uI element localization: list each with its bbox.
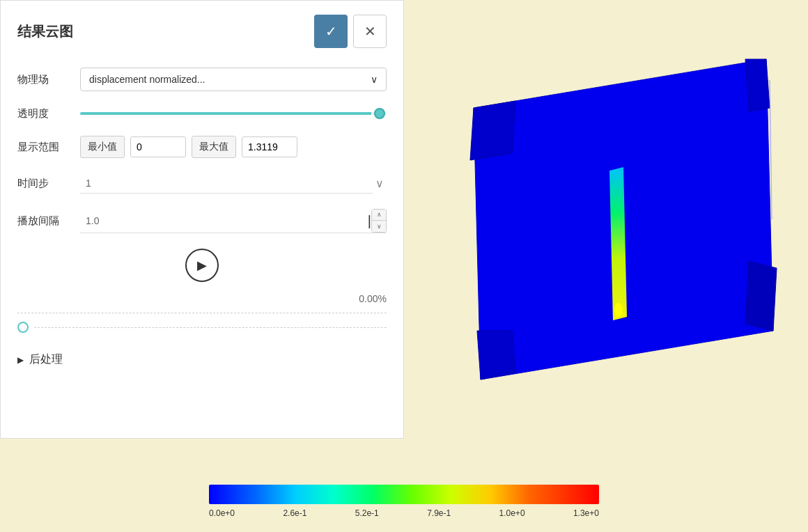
interval-selector: 1.0 | ∧ ∨ <box>80 209 387 233</box>
post-processing-section: ▶ 后处理 <box>17 341 387 378</box>
header-buttons: ✓ ✕ <box>314 15 387 48</box>
max-label: 最大值 <box>192 136 236 158</box>
play-section: ▶ <box>17 249 387 282</box>
colorbar-label-0: 0.0e+0 <box>209 508 235 518</box>
min-value-input[interactable] <box>130 136 186 157</box>
transparency-control <box>80 107 387 120</box>
panel-header: 结果云图 ✓ ✕ <box>17 15 387 48</box>
confirm-button[interactable]: ✓ <box>314 15 348 48</box>
transparency-label: 透明度 <box>17 107 80 120</box>
post-arrow-icon[interactable]: ▶ <box>17 355 24 365</box>
play-button[interactable]: ▶ <box>185 249 219 282</box>
plate-bottom-left-notch <box>477 331 515 380</box>
spinner-down-button[interactable]: ∨ <box>372 221 386 232</box>
circle-indicator <box>17 322 29 333</box>
progress-value: 0.00% <box>359 293 387 304</box>
play-icon: ▶ <box>197 258 207 273</box>
timestep-row: 时间步 1 ∨ <box>17 173 387 194</box>
interval-value: 1.0 <box>80 211 368 230</box>
colorbar-labels: 0.0e+0 2.6e-1 5.2e-1 7.9e-1 1.0e+0 1.3e+… <box>209 508 599 518</box>
plate-right-notch <box>745 261 777 331</box>
display-range-control: 最小值 最大值 <box>80 136 387 158</box>
timestep-dropdown-icon[interactable]: ∨ <box>373 174 387 193</box>
colorbar-label-5: 1.3e+0 <box>573 508 599 518</box>
timestep-selector: 1 ∨ <box>80 173 387 194</box>
transparency-slider[interactable] <box>80 107 387 120</box>
plate-top-right <box>745 59 770 111</box>
timestep-label: 时间步 <box>17 177 80 190</box>
3d-view-area <box>404 0 808 439</box>
colorbar-label-1: 2.6e-1 <box>283 508 306 518</box>
transparency-row: 透明度 <box>17 107 387 120</box>
interval-label: 播放间隔 <box>17 214 80 228</box>
timestep-value: 1 <box>80 173 373 194</box>
display-range-label: 显示范围 <box>17 141 80 154</box>
min-label: 最小值 <box>80 136 125 158</box>
max-value-input[interactable] <box>242 136 297 157</box>
interval-spinner: ∧ ∨ <box>371 209 387 233</box>
slider-track <box>80 112 387 115</box>
colorbar-section: 0.0e+0 2.6e-1 5.2e-1 7.9e-1 1.0e+0 1.3e+… <box>209 485 599 518</box>
circle-row <box>17 313 387 333</box>
colorbar <box>209 485 599 504</box>
display-range-row: 显示范围 最小值 最大值 <box>17 136 387 158</box>
close-icon: ✕ <box>364 23 376 40</box>
range-inputs: 最小值 最大值 <box>80 136 387 158</box>
crack-bright-spot <box>614 303 623 317</box>
colorbar-label-2: 5.2e-1 <box>355 508 379 518</box>
post-processing-label: 后处理 <box>29 352 63 367</box>
interval-control: 1.0 | ∧ ∨ <box>80 209 387 233</box>
physics-field-label: 物理场 <box>17 73 80 86</box>
physics-field-control: displacement normalized... ∨ <box>80 68 387 91</box>
cancel-button[interactable]: ✕ <box>353 15 387 48</box>
panel-title: 结果云图 <box>17 22 73 41</box>
colorbar-label-4: 1.0e+0 <box>499 508 525 518</box>
results-panel: 结果云图 ✓ ✕ 物理场 displacement normalized... … <box>0 0 404 439</box>
slider-thumb[interactable] <box>374 108 385 119</box>
physics-field-row: 物理场 displacement normalized... ∨ <box>17 68 387 91</box>
spinner-up-button[interactable]: ∧ <box>372 210 386 221</box>
physics-field-dropdown[interactable]: displacement normalized... ∨ <box>80 68 387 91</box>
physics-field-value: displacement normalized... <box>89 74 205 85</box>
colorbar-label-3: 7.9e-1 <box>427 508 451 518</box>
3d-model-svg <box>404 0 808 439</box>
plate-top-left-notch <box>470 101 515 160</box>
interval-row: 播放间隔 1.0 | ∧ ∨ <box>17 209 387 233</box>
progress-row: 0.00% <box>17 293 387 304</box>
timestep-control: 1 ∨ <box>80 173 387 194</box>
check-icon: ✓ <box>325 23 337 40</box>
dashed-separator <box>34 327 387 328</box>
dropdown-arrow-icon: ∨ <box>371 74 378 85</box>
